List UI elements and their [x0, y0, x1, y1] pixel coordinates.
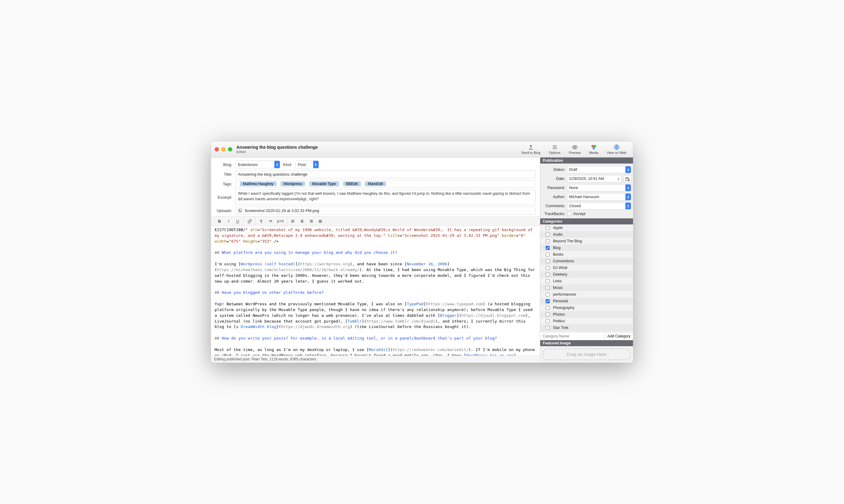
bold-button[interactable]: B: [215, 217, 224, 225]
excerpt-input[interactable]: While I wasn't specifically tagged (I'm …: [235, 190, 536, 205]
date-field[interactable]: 1/29/2025, 10:51 AM ▴▾: [567, 175, 621, 182]
paragraph-button[interactable]: ¶: [257, 217, 265, 225]
align-right-button[interactable]: [307, 217, 315, 225]
eye-icon: [572, 144, 578, 150]
category-checkbox[interactable]: [546, 246, 550, 250]
category-row[interactable]: Apple: [540, 224, 633, 231]
category-row[interactable]: Geekery: [540, 271, 633, 278]
category-row[interactable]: Books: [540, 251, 633, 258]
zoom-button[interactable]: [228, 147, 232, 151]
categories-header: Categories: [540, 218, 633, 224]
category-label: Geekery: [553, 272, 567, 276]
kind-select[interactable]: Post ▴▾: [295, 161, 319, 168]
tag[interactable]: Movable Type: [309, 181, 339, 186]
tag[interactable]: Matthew Haughey: [240, 181, 276, 186]
send-to-blog-button[interactable]: Send to Blog: [521, 144, 540, 155]
tag[interactable]: MarsEdit: [365, 181, 386, 186]
categories-panel: AppleAudioBeyond The BlogBlogBooksConven…: [540, 224, 633, 340]
category-label: performances: [553, 292, 576, 296]
category-checkbox[interactable]: [546, 273, 550, 276]
comments-select[interactable]: Closed▴▾: [567, 202, 631, 210]
category-row[interactable]: Links: [540, 278, 633, 284]
category-label: Beyond The Blog: [553, 239, 582, 243]
blog-select[interactable]: Eclecticism ▴▾: [235, 161, 280, 168]
category-row[interactable]: Politics: [540, 318, 633, 324]
title-input[interactable]: Answering the blog questions challenge: [235, 170, 536, 178]
category-row[interactable]: DJ Wüdi: [540, 265, 633, 271]
category-label: Personal: [553, 299, 568, 303]
category-checkbox[interactable]: [546, 312, 550, 317]
status-select[interactable]: Draft▴▾: [567, 166, 631, 173]
category-label: Music: [553, 286, 563, 290]
align-justify-icon: [318, 219, 323, 223]
minimize-button[interactable]: [221, 147, 226, 151]
category-row[interactable]: Conventions: [540, 258, 633, 265]
category-checkbox[interactable]: [546, 286, 550, 290]
category-checkbox[interactable]: [546, 266, 550, 270]
uploads-field[interactable]: Screenshot 2025-01-29 at 3.02.33 PM.png: [235, 206, 536, 214]
tag[interactable]: BBEdit: [343, 181, 361, 186]
post-meta-form: Blog: Eclecticism ▴▾ Kind: Post ▴▾ Title…: [211, 158, 540, 216]
category-row[interactable]: Photos: [540, 311, 633, 318]
tag-list: Matthew HaugheyWordpressMovable TypeBBEd…: [238, 181, 388, 187]
category-checkbox[interactable]: [546, 253, 550, 256]
window-controls: [214, 147, 232, 151]
author-select[interactable]: Michael Hanscom▴▾: [567, 193, 631, 200]
category-row[interactable]: Beyond The Blog: [540, 238, 633, 245]
underline-button[interactable]: U: [234, 217, 242, 225]
chevron-updown-icon: ▴▾: [314, 163, 317, 166]
media-icon: [591, 144, 597, 150]
category-row[interactable]: performances: [540, 291, 633, 298]
pre-button[interactable]: pre: [275, 217, 286, 225]
category-checkbox[interactable]: [546, 299, 550, 303]
date-stepper[interactable]: ▴▾: [616, 175, 621, 182]
category-row[interactable]: Blog: [540, 245, 633, 251]
category-checkbox[interactable]: [546, 293, 550, 296]
editor-textarea[interactable]: E227C19EF28B/" alt="Screenshot of my 199…: [211, 226, 540, 356]
options-button[interactable]: Options: [549, 144, 561, 155]
category-checkbox[interactable]: [546, 326, 550, 330]
view-on-web-button[interactable]: View on Web: [607, 144, 626, 155]
category-checkbox[interactable]: [546, 306, 550, 310]
italic-button[interactable]: I: [224, 217, 233, 225]
category-row[interactable]: Audio: [540, 231, 633, 238]
close-button[interactable]: [214, 147, 219, 151]
align-left-button[interactable]: [289, 217, 297, 225]
category-row[interactable]: Music: [540, 284, 633, 291]
preview-button[interactable]: Preview: [569, 144, 581, 155]
calendar-plus-icon: [625, 177, 630, 181]
trackbacks-accept-checkbox[interactable]: Accept: [567, 211, 585, 216]
category-row[interactable]: Personal: [540, 298, 633, 304]
category-label: Books: [553, 252, 564, 256]
title-label: Title:: [215, 172, 232, 177]
password-select[interactable]: None▴▾: [567, 184, 631, 192]
editor-window: Answering the blog questions challenge E…: [211, 141, 633, 363]
category-checkbox[interactable]: [546, 233, 550, 237]
category-checkbox[interactable]: [546, 226, 550, 230]
category-checkbox[interactable]: [546, 319, 550, 323]
window-subtitle: Edited: [237, 150, 318, 154]
category-row[interactable]: Star Trek: [540, 324, 633, 331]
category-checkbox[interactable]: [546, 239, 550, 243]
featured-image-dropzone[interactable]: Drag an Image Here: [542, 348, 631, 360]
category-row[interactable]: Photography: [540, 304, 633, 311]
link-button[interactable]: [245, 217, 254, 225]
media-button[interactable]: Media: [589, 144, 599, 155]
new-category-input[interactable]: [540, 332, 605, 340]
titlebar: Answering the blog questions challenge E…: [211, 141, 633, 158]
categories-list[interactable]: AppleAudioBeyond The BlogBlogBooksConven…: [540, 224, 633, 332]
category-checkbox[interactable]: [546, 279, 550, 283]
sidebar: Publication Status: Draft▴▾ Date: 1/29/2…: [540, 158, 633, 363]
category-checkbox[interactable]: [546, 259, 550, 263]
chevron-updown-icon: ▴▾: [276, 163, 279, 166]
tag[interactable]: Wordpress: [281, 181, 305, 186]
align-center-button[interactable]: [298, 217, 307, 225]
upload-filename: Screenshot 2025-01-29 at 3.02.33 PM.png: [245, 209, 319, 213]
align-justify-button[interactable]: [316, 217, 325, 225]
calendar-button[interactable]: [623, 175, 631, 182]
tags-input[interactable]: Matthew HaugheyWordpressMovable TypeBBEd…: [235, 180, 536, 188]
globe-icon: [614, 144, 620, 150]
add-category-button[interactable]: Add Category: [605, 332, 633, 340]
category-label: Photography: [553, 306, 574, 310]
blockquote-button[interactable]: [266, 217, 275, 225]
